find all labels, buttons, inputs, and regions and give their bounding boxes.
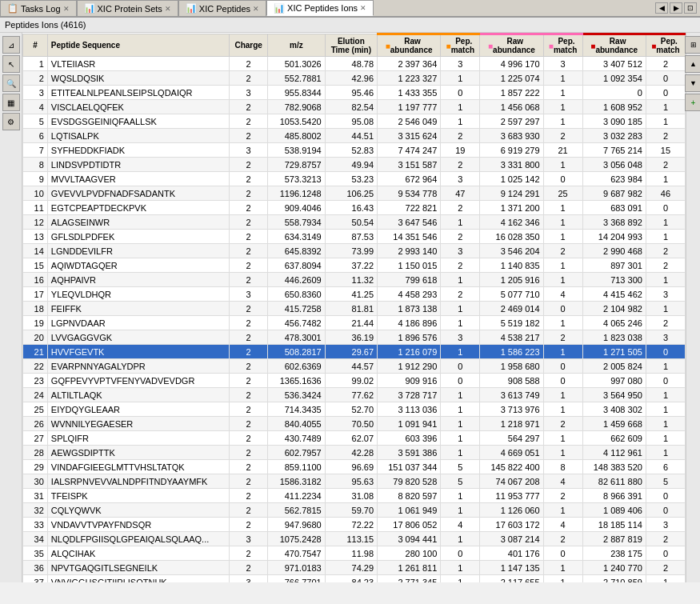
table-row[interactable]: 4VISCLAELQQFEK2782.906882.541 197 77711 …: [23, 100, 686, 114]
table-row[interactable]: 28AEWGSDIPTTK2602.795742.283 591 38614 6…: [23, 446, 686, 460]
tab-icon: 📊: [274, 3, 285, 14]
table-row[interactable]: 29VINDAFGIEEGLMTTVHSLTATQK2859.110096.69…: [23, 460, 686, 474]
add-button[interactable]: +: [685, 94, 701, 111]
scroll-right-button[interactable]: ▶: [670, 2, 682, 14]
settings-button[interactable]: ⚙: [2, 113, 20, 130]
col-header-charge[interactable]: Charge: [230, 34, 268, 57]
table-row[interactable]: 14LGNDDEVILFR2645.839273.992 993 14033 5…: [23, 244, 686, 258]
col-header-sequence[interactable]: Peptide Sequence: [47, 34, 229, 57]
peptide-sequence-cell: EVARPNNYAGALYDPR: [47, 359, 229, 374]
peptide-sequence-cell: IALSRPNVEVVALNDPFITNDYAAYMFK: [47, 474, 229, 489]
peptide-sequence-cell: YLEQVLDHQR: [47, 287, 229, 302]
table-row[interactable]: 23GQFPEVYVPTVFENYVADVEVDGR21365.163699.0…: [23, 374, 686, 388]
peptide-sequence-cell: LQTISALPK: [47, 129, 229, 143]
peptide-sequence-cell: VISCLAELQQFEK: [47, 100, 229, 114]
table-row[interactable]: 6LQTISALPK2485.800244.513 315 62423 683 …: [23, 129, 686, 143]
tab-close-icon[interactable]: ✕: [253, 5, 259, 13]
tab-close-icon[interactable]: ✕: [63, 5, 70, 13]
peptide-sequence-cell: LINDSVPDTIDTR: [47, 158, 229, 172]
table-row[interactable]: 19LGPNVDAAR2456.748221.444 186 89615 519…: [23, 316, 686, 330]
tab-bar: 📋 Tasks Log ✕ 📊 XIC Protein Sets ✕ 📊 XIC…: [0, 0, 700, 18]
peptide-sequence-cell: ALTILTLAQK: [47, 388, 229, 402]
table-row[interactable]: 37VNVIGGHSGITIIPLISQTNHK3766.770184.232 …: [23, 575, 686, 583]
page-title: Peptides Ions (4616): [5, 20, 86, 30]
tab-label: Tasks Log: [21, 4, 61, 14]
col-header-pep1[interactable]: ■ Pep.match: [441, 34, 480, 57]
tab-xic-peptides[interactable]: 📊 XIC Peptides ✕: [178, 0, 266, 16]
table-row[interactable]: 5EVSDGSGEINIQFAALLSK21053.542095.082 546…: [23, 114, 686, 129]
peptide-sequence-cell: LVVGAGGVGK: [47, 330, 229, 345]
peptide-sequence-cell: AQHPAIVR: [47, 273, 229, 287]
table-row[interactable]: 9MVVLTAAGVER2573.321353.23672 96431 025 …: [23, 172, 686, 186]
peptide-sequence-cell: VNDAVVTVPAYFNDSQR: [47, 518, 229, 532]
page-header: Peptides Ions (4616): [0, 18, 700, 33]
col-header-idx[interactable]: #: [23, 34, 48, 57]
table-row[interactable]: 8LINDSVPDTIDTR2729.875749.943 151 58723 …: [23, 158, 686, 172]
right-toolbar: ⊞ ▲ ▼ +: [686, 33, 700, 582]
table-row[interactable]: 36NPVTGAQGITLSEGNEILK2971.018374.291 261…: [23, 561, 686, 575]
col-header-elution[interactable]: ElutionTime (min): [325, 34, 377, 57]
col-header-raw1[interactable]: ■ Rawabundance: [378, 34, 441, 57]
scroll-down-button[interactable]: ▼: [685, 74, 701, 92]
col-header-raw2[interactable]: ■ Rawabundance: [480, 34, 543, 57]
table-row[interactable]: 15AQIWDTAGQER2637.809437.221 150 01521 1…: [23, 258, 686, 273]
peptide-sequence-cell: AEWGSDIPTTK: [47, 446, 229, 460]
table-container: # Peptide Sequence Charge m/z ElutionTim…: [22, 33, 686, 582]
chart-button[interactable]: ▦: [2, 94, 20, 111]
tab-tasks-log[interactable]: 📋 Tasks Log ✕: [0, 0, 77, 16]
peptide-sequence-cell: NLQDLFPGIISQLGPEAIQALSQLAAQ...: [47, 532, 229, 546]
tab-label: XIC Protein Sets: [98, 4, 162, 14]
table-row[interactable]: 32CQLYQWVK2562.781559.701 061 94911 126 …: [23, 503, 686, 518]
table-row[interactable]: 33VNDAVVTVPAYFNDSQR2947.968072.2217 806 …: [23, 518, 686, 532]
table-row[interactable]: 7SYFHEDDKFIADK3538.919452.837 474 247196…: [23, 143, 686, 158]
table-row[interactable]: 25EIYDQYGLEAAR2714.343552.703 113 03613 …: [23, 402, 686, 417]
left-toolbar: ⊿ ↖ 🔍 ▦ ⚙: [0, 33, 22, 582]
zoom-button[interactable]: 🔍: [2, 74, 20, 92]
col-header-mz[interactable]: m/z: [268, 34, 326, 57]
peptide-sequence-cell: SPLQIFR: [47, 431, 229, 446]
peptide-sequence-cell: ETITEALNLPEANLSEIPSLQDAIQR: [47, 86, 229, 100]
tab-label: XIC Peptides: [199, 4, 250, 14]
table-row[interactable]: 27SPLQIFR2430.748962.07603 3961564 29716…: [23, 431, 686, 446]
tab-xic-peptides-ions[interactable]: 📊 XIC Peptides Ions ✕: [266, 0, 374, 16]
table-row[interactable]: 13GFLSDLPDFEK2634.314987.5314 351 546216…: [23, 230, 686, 244]
cursor-button[interactable]: ↖: [2, 55, 20, 73]
tab-close-icon[interactable]: ✕: [360, 4, 366, 12]
scroll-left-button[interactable]: ◀: [655, 2, 668, 14]
table-row[interactable]: 12ALAGSEINWR2558.793450.543 647 54614 16…: [23, 215, 686, 230]
peptide-sequence-cell: LGNDDEVILFR: [47, 244, 229, 258]
table-row[interactable]: 3ETITEALNLPEANLSEIPSLQDAIQR3955.834495.4…: [23, 86, 686, 100]
peptide-sequence-cell: MVVLTAAGVER: [47, 172, 229, 186]
table-row[interactable]: 17YLEQVLDHQR3650.836041.254 458 29325 07…: [23, 287, 686, 302]
col-header-pep2[interactable]: ■ Pep.match: [543, 34, 582, 57]
table-row[interactable]: 16AQHPAIVR2446.260911.32799 61811 205 91…: [23, 273, 686, 287]
table-row[interactable]: 20LVVGAGGVGK2478.300136.191 896 57634 53…: [23, 330, 686, 345]
table-row[interactable]: 10GVEVVLPVDFNADFSADANTK21196.1248106.259…: [23, 186, 686, 201]
peptide-sequence-cell: VNVIGGHSGITIIPLISQTNHK: [47, 575, 229, 583]
col-header-pep3[interactable]: ■ Pep.match: [646, 34, 685, 57]
restore-button[interactable]: ⊡: [684, 2, 697, 14]
peptide-sequence-cell: VINDAFGIEEGLMTTVHSLTATQK: [47, 460, 229, 474]
table-row[interactable]: 21HVVFGEVTK2508.281729.671 216 07911 586…: [23, 345, 686, 359]
table-row[interactable]: 18FEIFFK2415.725881.811 873 13812 469 01…: [23, 302, 686, 316]
table-row[interactable]: 1VLTEIIАSR2501.302648.782 397 36434 996 …: [23, 57, 686, 71]
table-row[interactable]: 26WVNNILYEGAESER2840.405570.501 091 9411…: [23, 417, 686, 431]
scroll-up-button[interactable]: ▲: [685, 55, 701, 73]
peptide-sequence-cell: SYFHEDDKFIADK: [47, 143, 229, 158]
tab-xic-protein-sets[interactable]: 📊 XIC Protein Sets ✕: [77, 0, 178, 16]
table-row[interactable]: 2WQSLDQSIK2552.788142.961 223 32711 225 …: [23, 71, 686, 86]
table-row[interactable]: 35ALQCIHAK2470.754711.98280 1000401 1760…: [23, 546, 686, 561]
tab-close-icon[interactable]: ✕: [165, 5, 171, 13]
peptide-sequence-cell: EIYDQYGLEAAR: [47, 402, 229, 417]
peptide-sequence-cell: GVEVVLPVDFNADFSADANTK: [47, 186, 229, 201]
filter-button[interactable]: ⊿: [2, 36, 20, 54]
expand-button[interactable]: ⊞: [685, 36, 701, 54]
col-header-raw3[interactable]: ■ Rawabundance: [582, 34, 646, 57]
table-row[interactable]: 34NLQDLFPGIISQLGPEAIQALSQLAAQ...31075.24…: [23, 532, 686, 546]
peptide-sequence-cell: ALQCIHAK: [47, 546, 229, 561]
table-row[interactable]: 30IALSRPNVEVVALNDPFITNDYAAYMFK21586.3182…: [23, 474, 686, 489]
table-row[interactable]: 11EGTCPEAPTDECKPVK2909.404616.43722 8212…: [23, 201, 686, 215]
table-row[interactable]: 31TFEISPK2411.223431.088 820 597111 953 …: [23, 489, 686, 503]
table-row[interactable]: 24ALTILTLAQK2536.342477.623 728 71713 61…: [23, 388, 686, 402]
table-row[interactable]: 22EVARPNNYAGALYDPR2602.636944.571 912 29…: [23, 359, 686, 374]
